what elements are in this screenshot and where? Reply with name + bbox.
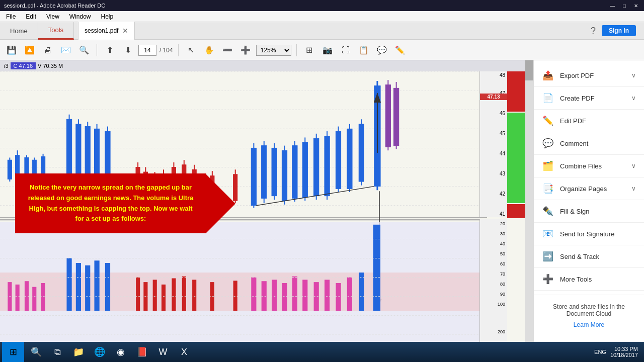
sidebar-item-more-tools[interactable]: ➕ More Tools <box>534 268 644 291</box>
svg-rect-104 <box>272 280 277 311</box>
volume-axis: 20 30 40 50 60 70 80 90 100 200 37.88 M <box>479 219 507 349</box>
form-button[interactable]: 📋 <box>356 43 371 58</box>
snapshot-button[interactable]: 📷 <box>320 43 335 58</box>
svg-rect-86 <box>32 287 36 311</box>
app-title: session1.pdf - Adobe Acrobat Reader DC <box>4 3 105 9</box>
taskbar-language: ENG <box>594 349 606 355</box>
chart-page: i3 C 47.16 V 70.35 M <box>0 60 525 354</box>
export-pdf-icon: 📤 <box>542 69 554 81</box>
email-button[interactable]: ✉️ <box>58 43 73 58</box>
taskbar-file-explorer[interactable]: 📁 <box>68 342 89 362</box>
chart-label: i3 <box>4 63 9 69</box>
draw-button[interactable]: ✏️ <box>392 43 408 58</box>
maximize-button[interactable]: □ <box>621 3 628 9</box>
main-area: i3 C 47.16 V 70.35 M <box>0 60 644 362</box>
taskbar-edge[interactable]: 🌐 <box>90 342 110 362</box>
sidebar-footer-text: Store and share files in the Document Cl… <box>542 303 636 317</box>
sidebar-item-export-pdf[interactable]: 📤 Export PDF ∨ <box>534 64 644 87</box>
sidebar-item-send-track[interactable]: ➡️ Send & Track <box>534 245 644 268</box>
print-button[interactable]: 🖨 <box>40 43 55 58</box>
learn-more-link[interactable]: Learn More <box>542 321 636 328</box>
taskbar-date: 10/18/2017 <box>610 352 638 358</box>
next-page-button[interactable]: ⬇ <box>120 43 135 58</box>
vertical-scrollbar[interactable] <box>525 60 533 352</box>
toolbar: 💾 🔼 🖨 ✉️ 🔍 ⬆ ⬇ 14 / 104 ↖ ✋ ➖ ➕ 125% 100… <box>0 40 644 60</box>
export-pdf-chevron: ∨ <box>631 72 636 79</box>
taskbar-acrobat[interactable]: 📕 <box>132 342 152 362</box>
menu-bar: File Edit View Window Help <box>0 11 644 22</box>
taskbar-search[interactable]: 🔍 <box>26 342 46 362</box>
taskbar-word[interactable]: W <box>153 342 173 362</box>
organize-pages-chevron: ∨ <box>631 185 636 192</box>
svg-rect-92 <box>105 263 110 311</box>
pdf-area[interactable]: i3 C 47.16 V 70.35 M <box>0 60 533 362</box>
svg-rect-111 <box>347 278 352 311</box>
sidebar-item-fill-sign[interactable]: ✒️ Fill & Sign <box>534 200 644 223</box>
svg-rect-90 <box>85 265 90 311</box>
taskbar-time: 10:33 PM <box>610 346 638 352</box>
svg-rect-93 <box>136 278 140 311</box>
page-input[interactable]: 14 <box>138 45 156 56</box>
sidebar-item-create-pdf[interactable]: 📄 Create PDF ∨ <box>534 87 644 110</box>
menu-window[interactable]: Window <box>65 12 95 21</box>
svg-rect-91 <box>94 260 99 311</box>
comment-button[interactable]: 💬 <box>374 43 389 58</box>
menu-help[interactable]: Help <box>97 12 118 21</box>
menu-edit[interactable]: Edit <box>22 12 40 21</box>
svg-rect-109 <box>325 280 330 311</box>
zoom-select[interactable]: 125% 100% 75% 50% <box>256 45 291 56</box>
chart-info-bar: i3 C 47.16 V 70.35 M <box>0 60 525 71</box>
sidebar-item-comment[interactable]: 💬 Comment <box>534 132 644 155</box>
doc-tab-name: session1.pdf <box>85 27 118 34</box>
tab-home[interactable]: Home <box>0 22 38 40</box>
minimize-button[interactable]: — <box>608 3 617 9</box>
tab-tools[interactable]: Tools <box>38 22 74 40</box>
hand-button[interactable]: ✋ <box>202 43 217 58</box>
price-box: 47.13 <box>480 94 507 100</box>
sidebar-item-send-signature[interactable]: 📧 Send for Signature <box>534 223 644 245</box>
taskbar-excel[interactable]: X <box>174 342 194 362</box>
svg-rect-105 <box>282 283 287 311</box>
menu-view[interactable]: View <box>42 12 63 21</box>
price-axis: 48 47 47.13 46 45 44 43 42 41 <box>479 71 507 217</box>
sidebar-item-edit-pdf[interactable]: ✏️ Edit PDF <box>534 110 644 132</box>
page-total: / 104 <box>159 47 173 54</box>
close-doc-tab[interactable]: ✕ <box>122 27 128 35</box>
fullscreen-button[interactable]: ⛶ <box>338 43 353 58</box>
taskbar-chrome[interactable]: ◉ <box>111 342 131 362</box>
svg-rect-113 <box>373 225 380 311</box>
svg-rect-82 <box>0 273 487 311</box>
annotation-text: Notice the very narrow spread on the gap… <box>26 183 195 224</box>
svg-rect-84 <box>16 285 20 311</box>
close-button[interactable]: ✕ <box>632 3 640 9</box>
svg-rect-103 <box>262 281 267 311</box>
crop-button[interactable]: ⊞ <box>302 43 317 58</box>
svg-rect-97 <box>172 278 176 311</box>
annotation-box: Notice the very narrow spread on the gap… <box>15 173 206 233</box>
sidebar-item-organize-pages[interactable]: 📑 Organize Pages ∨ <box>534 177 644 200</box>
svg-rect-89 <box>76 263 81 311</box>
save-button[interactable]: 💾 <box>4 43 19 58</box>
create-pdf-chevron: ∨ <box>631 95 636 102</box>
svg-rect-110 <box>336 283 341 311</box>
find-button[interactable]: 🔍 <box>76 43 92 58</box>
organize-pages-icon: 📑 <box>542 183 554 195</box>
taskbar-task-view[interactable]: ⧉ <box>47 342 67 362</box>
start-button[interactable]: ⊞ <box>2 342 24 362</box>
svg-rect-85 <box>25 281 29 311</box>
tab-bar: Home Tools session1.pdf ✕ ? Sign In <box>0 22 644 40</box>
sidebar-item-combine-files[interactable]: 🗂️ Combine Files ∨ <box>534 155 644 177</box>
prev-page-button[interactable]: ⬆ <box>102 43 117 58</box>
volume-info: V 70.35 M <box>38 63 63 69</box>
zoom-in-button[interactable]: ➕ <box>238 43 253 58</box>
edit-pdf-icon: ✏️ <box>542 115 554 127</box>
menu-file[interactable]: File <box>2 12 20 21</box>
svg-rect-112 <box>359 273 364 311</box>
zoom-out-button[interactable]: ➖ <box>220 43 235 58</box>
select-button[interactable]: ↖ <box>184 43 199 58</box>
svg-rect-99 <box>192 280 196 311</box>
help-button[interactable]: ? <box>591 26 596 36</box>
attach-button[interactable]: 🔼 <box>22 43 37 58</box>
sign-in-button[interactable]: Sign In <box>602 25 636 36</box>
send-signature-icon: 📧 <box>542 228 554 240</box>
